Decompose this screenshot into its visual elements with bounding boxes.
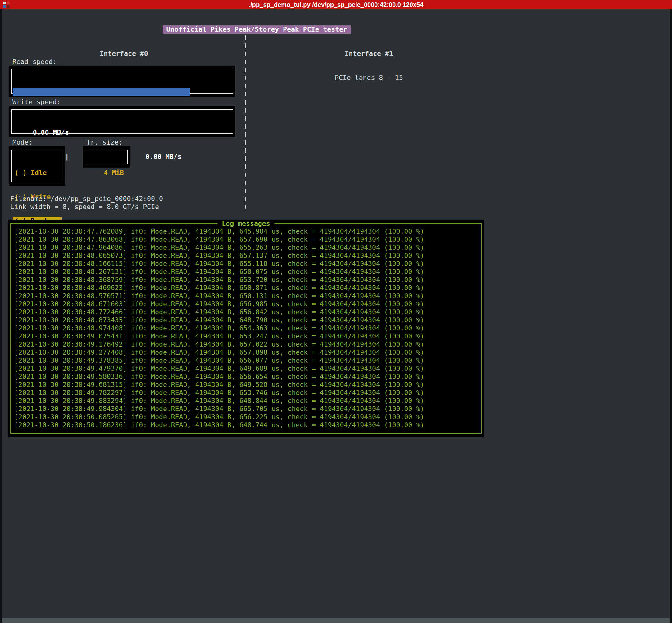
log-title: Log messages: [217, 220, 274, 228]
log-line: [2021-10-30 20:30:49.075431] if0: Mode.R…: [14, 332, 424, 340]
log-lines: [2021-10-30 20:30:47.762089] if0: Mode.R…: [14, 228, 424, 429]
log-line: [2021-10-30 20:30:48.570571] if0: Mode.R…: [14, 292, 424, 300]
tr-size-panel: 4 MiB: [83, 146, 130, 168]
log-line: [2021-10-30 20:30:48.772466] if0: Mode.R…: [14, 308, 424, 316]
log-line: [2021-10-30 20:30:50.186236] if0: Mode.R…: [14, 421, 424, 429]
window-icon: [3, 2, 9, 8]
log-line: [2021-10-30 20:30:48.267131] if0: Mode.R…: [14, 268, 424, 276]
interface1-lanes: PCIe lanes 8 - 15: [248, 74, 490, 82]
log-line: [2021-10-30 20:30:48.671603] if0: Mode.R…: [14, 300, 424, 308]
log-line: [2021-10-30 20:30:49.984304] if0: Mode.R…: [14, 405, 424, 413]
tr-size-value[interactable]: 4 MiB: [86, 169, 127, 177]
read-speed-bar-fill: [13, 88, 190, 96]
log-line: [2021-10-30 20:30:49.580336] if0: Mode.R…: [14, 373, 424, 381]
read-speed-panel: 6465.27 MB/s 6300.54 MB/s | 6419.75 MB/s…: [9, 66, 235, 97]
log-line: [2021-10-30 20:30:48.166115] if0: Mode.R…: [14, 260, 424, 268]
log-line: [2021-10-30 20:30:49.277408] if0: Mode.R…: [14, 349, 424, 356]
interface1-title: Interface #1: [248, 50, 490, 58]
terminal-window: ./pp_sp_demo_tui.py /dev/pp_sp_pcie_0000…: [0, 0, 672, 623]
read-speed-bar: 6465.27 MB/s: [13, 88, 232, 96]
tr-size-panel-border: 4 MiB: [85, 150, 128, 165]
mode-option-0[interactable]: ( ) Idle: [13, 169, 62, 177]
log-line: [2021-10-30 20:30:48.065073] if0: Mode.R…: [14, 251, 424, 260]
window-titlebar[interactable]: ./pp_sp_demo_tui.py /dev/pp_sp_pcie_0000…: [0, 0, 672, 9]
log-line: [2021-10-30 20:30:48.469623] if0: Mode.R…: [14, 284, 424, 292]
log-line: [2021-10-30 20:30:48.873435] if0: Mode.R…: [14, 316, 424, 324]
log-line: [2021-10-30 20:30:50.085265] if0: Mode.R…: [14, 413, 424, 421]
mode-label: Mode:: [12, 138, 33, 146]
log-line: [2021-10-30 20:30:48.974408] if0: Mode.R…: [14, 324, 424, 332]
tr-size-label: Tr. size:: [86, 138, 123, 146]
log-panel: Log messages [2021-10-30 20:30:47.762089…: [8, 220, 484, 438]
interface0-title: Interface #0: [2, 50, 245, 58]
read-speed-label: Read speed:: [12, 58, 57, 66]
mode-radiogroup-border: ( ) Idle ( ) Write (x) Read: [11, 150, 63, 182]
write-speed-panel: 0.00 MB/s 0.00 MB/s | 0.00 MB/s | 0.00 M…: [9, 106, 235, 137]
terminal-screen: Unofficial Pikes Peak/Storey Peak PCIe t…: [2, 9, 670, 618]
write-speed-value: 0.00 MB/s: [13, 128, 232, 137]
log-line: [2021-10-30 20:30:49.681315] if0: Mode.R…: [14, 381, 424, 389]
link-info-text: Link width = 8, speed = 8.0 GT/s PCIe: [10, 203, 159, 211]
log-line: [2021-10-30 20:30:49.479370] if0: Mode.R…: [14, 364, 424, 373]
log-line: [2021-10-30 20:30:49.782297] if0: Mode.R…: [14, 389, 424, 397]
mode-radiogroup: ( ) Idle ( ) Write (x) Read: [9, 146, 65, 185]
log-line: [2021-10-30 20:30:47.762089] if0: Mode.R…: [14, 228, 424, 236]
write-speed-panel-border: 0.00 MB/s 0.00 MB/s | 0.00 MB/s | 0.00 M…: [11, 109, 233, 134]
log-panel-border: Log messages [2021-10-30 20:30:47.762089…: [10, 224, 482, 434]
log-line: [2021-10-30 20:30:47.863068] if0: Mode.R…: [14, 236, 424, 243]
read-speed-panel-border: 6465.27 MB/s 6300.54 MB/s | 6419.75 MB/s…: [11, 69, 233, 94]
log-line: [2021-10-30 20:30:49.176492] if0: Mode.R…: [14, 340, 424, 349]
column-separator: [245, 35, 246, 213]
log-line: [2021-10-30 20:30:49.378385] if0: Mode.R…: [14, 356, 424, 364]
app-title: Unofficial Pikes Peak/Storey Peak PCIe t…: [163, 25, 351, 33]
write-speed-label: Write speed:: [12, 98, 61, 106]
log-line: [2021-10-30 20:30:49.883294] if0: Mode.R…: [14, 397, 424, 405]
window-title: ./pp_sp_demo_tui.py /dev/pp_sp_pcie_0000…: [249, 1, 424, 8]
window-bottom-edge: [2, 618, 670, 623]
filename-text: Filename: /dev/pp_sp_pcie_0000:42:00.0: [10, 195, 163, 203]
log-line: [2021-10-30 20:30:48.368759] if0: Mode.R…: [14, 276, 424, 284]
interface1-header: Interface #1 PCIe lanes 8 - 15: [248, 33, 490, 98]
log-line: [2021-10-30 20:30:47.964086] if0: Mode.R…: [14, 243, 424, 251]
